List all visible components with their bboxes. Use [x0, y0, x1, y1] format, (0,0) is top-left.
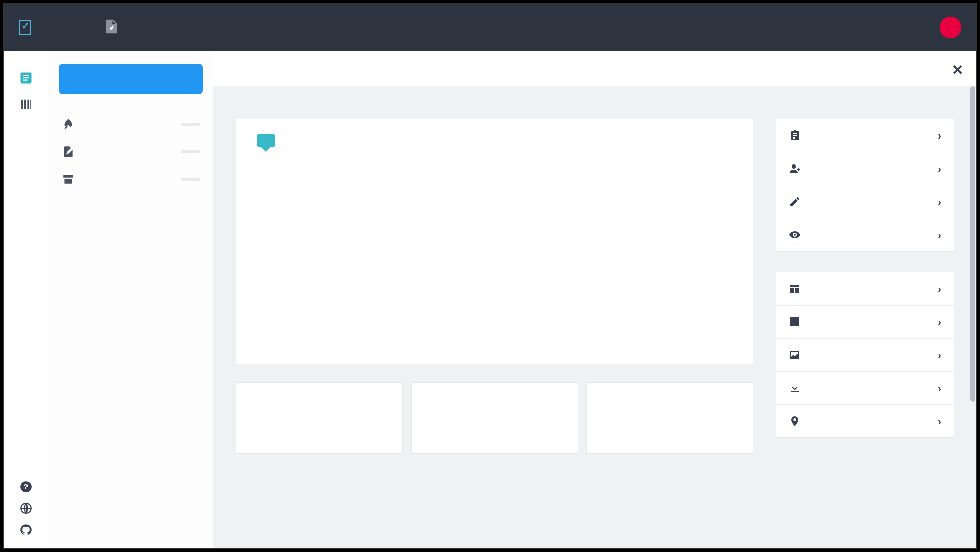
- new-button[interactable]: [59, 64, 203, 94]
- rail-library-icon[interactable]: [19, 97, 33, 112]
- sidebar-badge: [181, 150, 200, 153]
- submissions-chart: [257, 159, 732, 342]
- github-icon[interactable]: [19, 523, 33, 536]
- eye-icon: [788, 229, 801, 241]
- logo-check-icon: [19, 20, 31, 35]
- chevron-right-icon: ›: [938, 416, 941, 427]
- chevron-right-icon: ›: [938, 229, 941, 241]
- sidebar-item-draft[interactable]: [59, 138, 203, 165]
- download-icon: [788, 382, 801, 394]
- link-gallery[interactable]: ›: [776, 339, 954, 372]
- sidebar-badge: [181, 123, 200, 126]
- topbar: [4, 4, 976, 51]
- chevron-right-icon: ›: [938, 130, 941, 142]
- range-tab-past31[interactable]: [283, 134, 302, 147]
- project-header: [103, 17, 130, 38]
- link-share-project[interactable]: ›: [776, 152, 954, 185]
- svg-point-3: [792, 164, 796, 169]
- chevron-right-icon: ›: [938, 349, 941, 361]
- link-map[interactable]: ›: [776, 405, 954, 437]
- pencil-icon: [788, 196, 801, 208]
- chevron-right-icon: ›: [938, 196, 941, 208]
- rocket-icon: [62, 118, 75, 131]
- project-icon: [103, 17, 120, 38]
- stat-card-current: [236, 382, 403, 454]
- link-collect-data[interactable]: ›: [776, 119, 954, 152]
- link-table[interactable]: ›: [776, 272, 954, 306]
- link-preview-form[interactable]: ›: [776, 218, 954, 251]
- link-edit-form[interactable]: ›: [776, 185, 954, 218]
- archive-icon: [62, 173, 75, 186]
- pin-icon: [788, 415, 801, 427]
- logo[interactable]: [19, 20, 37, 35]
- sidebar: [48, 51, 213, 548]
- rail-projects-icon[interactable]: [19, 71, 33, 85]
- nav-rail: ?: [4, 51, 48, 548]
- sidebar-item-deployed[interactable]: [59, 111, 203, 138]
- image-icon: [788, 349, 801, 361]
- chevron-right-icon: ›: [938, 163, 941, 175]
- svg-text:?: ?: [23, 482, 28, 491]
- chart-icon: [788, 316, 801, 328]
- chart-card: [236, 119, 753, 364]
- close-icon[interactable]: ✕: [951, 62, 963, 78]
- clipboard-icon: [788, 129, 801, 142]
- sidebar-badge: [181, 178, 200, 181]
- tabbar: ✕: [213, 51, 976, 86]
- avatar[interactable]: [940, 17, 961, 38]
- user-plus-icon: [788, 162, 801, 175]
- chevron-right-icon: ›: [938, 382, 941, 394]
- scrollbar[interactable]: [970, 86, 975, 548]
- stat-card-previous: [411, 382, 578, 454]
- chevron-right-icon: ›: [938, 316, 941, 328]
- content: ✕: [213, 51, 976, 548]
- link-reports[interactable]: ›: [776, 306, 954, 339]
- help-icon[interactable]: ?: [19, 480, 33, 493]
- sidebar-item-archived[interactable]: [59, 165, 203, 193]
- data-links-box: › › ›: [776, 272, 954, 438]
- link-downloads[interactable]: ›: [776, 372, 954, 405]
- table-icon: [788, 283, 801, 295]
- stat-card-total: [586, 382, 753, 454]
- range-tab-past7[interactable]: [257, 134, 275, 147]
- globe-icon[interactable]: [19, 502, 33, 515]
- draft-icon: [62, 145, 75, 158]
- chevron-right-icon: ›: [938, 283, 941, 295]
- quick-links-box: › › ›: [776, 119, 954, 252]
